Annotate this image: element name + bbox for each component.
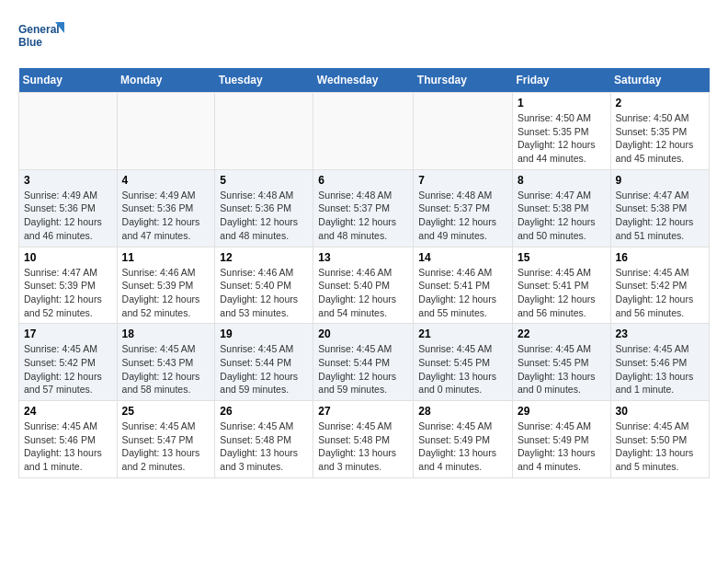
day-info: Sunrise: 4:48 AMSunset: 5:37 PMDaylight:… [418,189,507,243]
calendar-cell [215,93,313,170]
calendar-week-3: 10Sunrise: 4:47 AMSunset: 5:39 PMDayligh… [19,247,710,324]
day-number: 28 [418,405,507,418]
calendar-cell: 2Sunrise: 4:50 AMSunset: 5:35 PMDaylight… [610,93,709,170]
day-info: Sunrise: 4:45 AMSunset: 5:45 PMDaylight:… [518,342,606,396]
day-number: 22 [518,327,606,340]
day-number: 8 [518,174,606,187]
logo: General Blue [18,18,64,59]
calendar-cell: 5Sunrise: 4:48 AMSunset: 5:36 PMDaylight… [215,169,313,247]
calendar-cell: 23Sunrise: 4:45 AMSunset: 5:46 PMDayligh… [610,324,709,401]
calendar-cell: 13Sunrise: 4:46 AMSunset: 5:40 PMDayligh… [313,247,414,324]
svg-text:Blue: Blue [18,36,42,49]
weekday-header-monday: Monday [117,68,215,93]
day-info: Sunrise: 4:45 AMSunset: 5:49 PMDaylight:… [518,419,606,474]
calendar-cell: 11Sunrise: 4:46 AMSunset: 5:39 PMDayligh… [117,247,215,324]
calendar-week-5: 24Sunrise: 4:45 AMSunset: 5:46 PMDayligh… [19,401,710,478]
calendar-cell: 15Sunrise: 4:45 AMSunset: 5:41 PMDayligh… [512,247,610,324]
calendar-cell: 27Sunrise: 4:45 AMSunset: 5:48 PMDayligh… [313,401,414,478]
day-info: Sunrise: 4:46 AMSunset: 5:40 PMDaylight:… [220,266,308,320]
day-number: 2 [616,97,704,109]
day-number: 3 [24,174,112,187]
day-number: 1 [518,97,606,109]
calendar-cell: 8Sunrise: 4:47 AMSunset: 5:38 PMDaylight… [512,169,610,247]
day-info: Sunrise: 4:45 AMSunset: 5:47 PMDaylight:… [122,419,210,474]
logo-icon: General Blue [18,18,64,59]
weekday-header-sunday: Sunday [19,68,118,93]
weekday-header-saturday: Saturday [610,68,709,93]
day-info: Sunrise: 4:49 AMSunset: 5:36 PMDaylight:… [24,189,112,243]
calendar-cell [414,93,513,170]
day-number: 30 [616,405,704,418]
calendar-cell: 4Sunrise: 4:49 AMSunset: 5:36 PMDaylight… [117,169,215,247]
calendar-cell: 19Sunrise: 4:45 AMSunset: 5:44 PMDayligh… [215,324,313,401]
day-info: Sunrise: 4:45 AMSunset: 5:49 PMDaylight:… [418,419,507,474]
day-info: Sunrise: 4:47 AMSunset: 5:38 PMDaylight:… [518,189,606,243]
calendar-cell: 6Sunrise: 4:48 AMSunset: 5:37 PMDaylight… [313,169,414,247]
day-info: Sunrise: 4:45 AMSunset: 5:42 PMDaylight:… [24,342,112,396]
calendar-cell: 17Sunrise: 4:45 AMSunset: 5:42 PMDayligh… [19,324,118,401]
calendar-table: SundayMondayTuesdayWednesdayThursdayFrid… [18,68,710,478]
day-number: 14 [418,251,507,264]
calendar-cell: 21Sunrise: 4:45 AMSunset: 5:45 PMDayligh… [414,324,513,401]
day-number: 11 [122,251,210,264]
day-info: Sunrise: 4:45 AMSunset: 5:42 PMDaylight:… [616,266,704,320]
day-number: 13 [318,251,408,264]
day-info: Sunrise: 4:46 AMSunset: 5:40 PMDaylight:… [318,266,408,320]
day-info: Sunrise: 4:49 AMSunset: 5:36 PMDaylight:… [122,189,210,243]
day-number: 24 [24,405,112,418]
day-info: Sunrise: 4:45 AMSunset: 5:44 PMDaylight:… [318,342,408,396]
calendar-cell: 28Sunrise: 4:45 AMSunset: 5:49 PMDayligh… [414,401,513,478]
day-number: 6 [318,174,408,187]
day-number: 12 [220,251,308,264]
calendar-cell: 25Sunrise: 4:45 AMSunset: 5:47 PMDayligh… [117,401,215,478]
day-number: 25 [122,405,210,418]
calendar-cell: 7Sunrise: 4:48 AMSunset: 5:37 PMDaylight… [414,169,513,247]
calendar-cell: 3Sunrise: 4:49 AMSunset: 5:36 PMDaylight… [19,169,118,247]
calendar-cell [19,93,118,170]
calendar-cell: 12Sunrise: 4:46 AMSunset: 5:40 PMDayligh… [215,247,313,324]
day-info: Sunrise: 4:50 AMSunset: 5:35 PMDaylight:… [616,111,704,166]
calendar-cell: 16Sunrise: 4:45 AMSunset: 5:42 PMDayligh… [610,247,709,324]
calendar-cell [313,93,414,170]
day-info: Sunrise: 4:45 AMSunset: 5:41 PMDaylight:… [518,266,606,320]
day-number: 15 [518,251,606,264]
calendar-cell: 9Sunrise: 4:47 AMSunset: 5:38 PMDaylight… [610,169,709,247]
calendar-cell: 20Sunrise: 4:45 AMSunset: 5:44 PMDayligh… [313,324,414,401]
day-info: Sunrise: 4:48 AMSunset: 5:36 PMDaylight:… [220,189,308,243]
day-info: Sunrise: 4:45 AMSunset: 5:44 PMDaylight:… [220,342,308,396]
weekday-header-thursday: Thursday [414,68,513,93]
day-number: 17 [24,327,112,340]
day-number: 29 [518,405,606,418]
day-number: 9 [616,174,704,187]
svg-text:General: General [18,23,60,36]
calendar-cell: 18Sunrise: 4:45 AMSunset: 5:43 PMDayligh… [117,324,215,401]
calendar-week-4: 17Sunrise: 4:45 AMSunset: 5:42 PMDayligh… [19,324,710,401]
day-info: Sunrise: 4:45 AMSunset: 5:43 PMDaylight:… [122,342,210,396]
day-info: Sunrise: 4:46 AMSunset: 5:39 PMDaylight:… [122,266,210,320]
calendar-cell: 29Sunrise: 4:45 AMSunset: 5:49 PMDayligh… [512,401,610,478]
day-info: Sunrise: 4:45 AMSunset: 5:46 PMDaylight:… [616,342,704,396]
calendar-cell: 1Sunrise: 4:50 AMSunset: 5:35 PMDaylight… [512,93,610,170]
day-number: 27 [318,405,408,418]
day-info: Sunrise: 4:50 AMSunset: 5:35 PMDaylight:… [518,111,606,166]
day-info: Sunrise: 4:45 AMSunset: 5:46 PMDaylight:… [24,419,112,474]
page-header: General Blue [18,18,710,59]
calendar-cell: 14Sunrise: 4:46 AMSunset: 5:41 PMDayligh… [414,247,513,324]
weekday-header-row: SundayMondayTuesdayWednesdayThursdayFrid… [19,68,710,93]
day-number: 26 [220,405,308,418]
day-info: Sunrise: 4:45 AMSunset: 5:48 PMDaylight:… [220,419,308,474]
calendar-cell [117,93,215,170]
calendar-cell: 24Sunrise: 4:45 AMSunset: 5:46 PMDayligh… [19,401,118,478]
day-info: Sunrise: 4:46 AMSunset: 5:41 PMDaylight:… [418,266,507,320]
day-number: 16 [616,251,704,264]
calendar-cell: 10Sunrise: 4:47 AMSunset: 5:39 PMDayligh… [19,247,118,324]
day-number: 4 [122,174,210,187]
day-number: 18 [122,327,210,340]
day-number: 21 [418,327,507,340]
day-number: 10 [24,251,112,264]
day-number: 19 [220,327,308,340]
calendar-week-1: 1Sunrise: 4:50 AMSunset: 5:35 PMDaylight… [19,93,710,170]
day-number: 23 [616,327,704,340]
day-info: Sunrise: 4:45 AMSunset: 5:50 PMDaylight:… [616,419,704,474]
day-info: Sunrise: 4:47 AMSunset: 5:38 PMDaylight:… [616,189,704,243]
